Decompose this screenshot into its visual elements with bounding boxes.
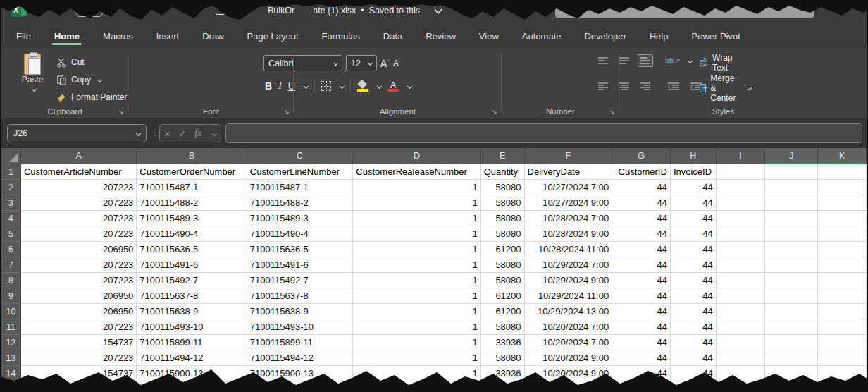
- enter-button[interactable]: ✓: [178, 128, 186, 139]
- formula-bar-resize-handle[interactable]: ⋮: [151, 128, 159, 137]
- row-header-11[interactable]: 11: [1, 319, 21, 335]
- row-header-5[interactable]: 5: [1, 226, 21, 242]
- row-header-10[interactable]: 10: [1, 304, 21, 319]
- cell-K8[interactable]: [818, 273, 867, 288]
- cell-F13[interactable]: 10/20/2024 9:00: [525, 350, 613, 366]
- cell-D3[interactable]: 1: [353, 195, 480, 211]
- cell-B11[interactable]: 7100115493-10: [137, 319, 247, 335]
- cell-E3[interactable]: 58080: [481, 195, 525, 211]
- cell-C3[interactable]: 7100115488-2: [247, 195, 354, 211]
- copy-button[interactable]: Copy: [56, 72, 127, 87]
- cell-C9[interactable]: 7100115637-8: [247, 288, 354, 304]
- cut-button[interactable]: Cut: [56, 54, 127, 70]
- cell-A8[interactable]: 207223: [21, 273, 137, 288]
- cell-F4[interactable]: 10/28/2024 7:00: [525, 211, 613, 226]
- cell-I1[interactable]: [717, 164, 766, 180]
- cell-K2[interactable]: [818, 180, 867, 195]
- cell-E7[interactable]: 58080: [481, 257, 525, 273]
- cell-F6[interactable]: 10/28/2024 11:00: [525, 242, 613, 257]
- italic-button[interactable]: I: [278, 80, 282, 92]
- cell-I7[interactable]: [717, 257, 766, 273]
- cell-E9[interactable]: 61200: [481, 288, 525, 304]
- cell-J11[interactable]: [765, 319, 818, 335]
- cell-I8[interactable]: [717, 273, 766, 288]
- cell-D4[interactable]: 1: [353, 211, 480, 226]
- cell-K10[interactable]: [818, 304, 867, 319]
- cell-F8[interactable]: 10/29/2024 9:00: [525, 273, 613, 288]
- cell-E11[interactable]: 58080: [481, 319, 525, 335]
- row-header-7[interactable]: 7: [1, 257, 21, 273]
- cell-D14[interactable]: 1: [353, 366, 480, 381]
- cell-K7[interactable]: [818, 257, 867, 273]
- document-title[interactable]: BulkOrate (1).xlsx • Saved to this: [268, 6, 420, 16]
- cell-B8[interactable]: 7100115492-7: [137, 273, 247, 288]
- column-header-b[interactable]: B: [137, 148, 247, 164]
- row-header-13[interactable]: 13: [1, 350, 21, 366]
- column-header-f[interactable]: F: [525, 148, 613, 164]
- cell-D5[interactable]: 1: [353, 226, 480, 242]
- tab-automate[interactable]: Automate: [520, 26, 564, 46]
- excel-app-icon[interactable]: [11, 5, 24, 17]
- cell-D9[interactable]: 1: [353, 288, 480, 304]
- cell-A5[interactable]: 207223: [21, 226, 137, 242]
- cell-I12[interactable]: [717, 335, 766, 350]
- tab-review[interactable]: Review: [423, 26, 458, 46]
- cell-H9[interactable]: 44: [671, 288, 717, 304]
- cell-B9[interactable]: 7100115637-8: [137, 288, 247, 304]
- row-header-1[interactable]: 1: [1, 164, 21, 180]
- cell-G2[interactable]: 44: [612, 180, 671, 195]
- cell-H5[interactable]: 44: [671, 226, 717, 242]
- search-box[interactable]: [555, 4, 814, 18]
- tab-view[interactable]: View: [477, 26, 501, 46]
- tab-draw[interactable]: Draw: [200, 26, 225, 46]
- cell-E8[interactable]: 58080: [481, 273, 525, 288]
- cell-J6[interactable]: [765, 242, 818, 257]
- cell-F1[interactable]: DeliveryDate: [525, 164, 613, 180]
- cell-B4[interactable]: 7100115489-3: [137, 211, 247, 226]
- cell-J9[interactable]: [765, 288, 818, 304]
- cell-G12[interactable]: 44: [612, 335, 671, 350]
- cell-G11[interactable]: 44: [612, 319, 671, 335]
- cell-B6[interactable]: 7100115636-5: [137, 242, 247, 257]
- cell-H12[interactable]: 44: [671, 335, 717, 350]
- tab-developer[interactable]: Developer: [582, 26, 628, 46]
- cell-A13[interactable]: 207223: [21, 350, 137, 366]
- cell-A3[interactable]: 207223: [21, 195, 137, 211]
- cell-J3[interactable]: [765, 195, 818, 211]
- cell-E13[interactable]: 58080: [481, 350, 525, 366]
- row-header-14[interactable]: 14: [1, 366, 21, 381]
- cell-D10[interactable]: 1: [353, 304, 480, 319]
- cell-D7[interactable]: 1: [353, 257, 480, 273]
- autosave-toggle[interactable]: [76, 8, 103, 17]
- cell-C1[interactable]: CustomerLineNumber: [247, 164, 354, 180]
- cell-J10[interactable]: [765, 304, 818, 319]
- tab-file[interactable]: File: [14, 26, 33, 46]
- cell-A1[interactable]: CustomerArticleNumber: [21, 164, 137, 180]
- cell-E14[interactable]: 33936: [481, 366, 525, 381]
- cell-G3[interactable]: 44: [612, 195, 671, 211]
- tab-insert[interactable]: Insert: [154, 26, 182, 46]
- column-header-d[interactable]: D: [353, 148, 480, 164]
- cell-E5[interactable]: 58080: [481, 226, 525, 242]
- cell-D11[interactable]: 1: [353, 319, 480, 335]
- tab-power-pivot[interactable]: Power Pivot: [689, 26, 742, 46]
- cell-B2[interactable]: 7100115487-1: [137, 180, 247, 195]
- cell-J1[interactable]: [765, 164, 818, 180]
- insert-function-button[interactable]: fx: [194, 128, 202, 139]
- cell-E1[interactable]: Quantity: [481, 164, 525, 180]
- cell-C12[interactable]: 7100115899-11: [247, 335, 354, 350]
- cell-F3[interactable]: 10/27/2024 9:00: [525, 195, 613, 211]
- cell-A11[interactable]: 207223: [21, 319, 137, 335]
- cell-A9[interactable]: 206950: [21, 288, 137, 304]
- select-all-corner[interactable]: [1, 148, 21, 164]
- tab-data[interactable]: Data: [381, 26, 404, 46]
- cell-K11[interactable]: [818, 319, 867, 335]
- cell-H14[interactable]: 44: [671, 366, 717, 381]
- cell-G6[interactable]: 44: [612, 242, 671, 257]
- tab-formulas[interactable]: Formulas: [320, 26, 362, 46]
- cell-I3[interactable]: [717, 195, 766, 211]
- cell-D12[interactable]: 1: [353, 335, 480, 350]
- cell-K14[interactable]: [818, 366, 867, 381]
- cell-C4[interactable]: 7100115489-3: [247, 211, 354, 226]
- cell-I10[interactable]: [717, 304, 766, 319]
